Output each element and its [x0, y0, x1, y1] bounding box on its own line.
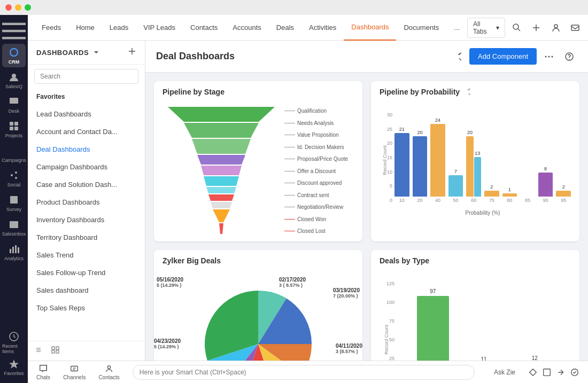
x-axis-label: Probability (%) [394, 210, 571, 216]
minimize-button[interactable] [15, 4, 21, 11]
sidebar-item-social[interactable]: Social [2, 167, 26, 190]
bottom-icon-3[interactable] [556, 368, 566, 377]
funnel-label-closed-won: Closed Won [284, 216, 348, 222]
sidebar-item-case-solution[interactable]: Case and Solution Dash... [28, 176, 145, 193]
more-options-button[interactable] [541, 49, 557, 65]
left-panel: DASHBOARDS Favorites Lead Dashboards Acc… [28, 41, 145, 361]
deals-by-type-card: Deals by Type 125 100 75 50 25 [371, 250, 579, 361]
smart-chat-input[interactable] [133, 365, 475, 380]
profile-button[interactable] [548, 20, 563, 36]
add-dashboard-button[interactable] [128, 47, 136, 58]
bar-new-business: 12 New Business [519, 355, 551, 361]
sidebar-item-territory-dashboard[interactable]: Territory Dashboard [28, 229, 145, 246]
bar-group-40: 24 40 [430, 118, 445, 203]
svg-rect-16 [15, 245, 17, 253]
sidebar-item-crm[interactable]: CRM [2, 44, 26, 67]
svg-rect-1 [2, 30, 26, 32]
sidebar-item-desk[interactable]: Desk [2, 93, 26, 116]
svg-marker-40 [208, 194, 234, 201]
bar-qualified: 97 Qualified [417, 288, 449, 361]
maximize-button[interactable] [25, 4, 31, 11]
collapse-button[interactable] [34, 346, 43, 356]
close-button[interactable] [5, 4, 12, 11]
nav-leads[interactable]: Leads [102, 15, 136, 41]
sidebar-item-deal-dashboards[interactable]: Deal Dashboards [28, 140, 145, 158]
pipeline-by-stage-body: Qualification Needs Analysis Value Propo… [154, 103, 362, 241]
dashboard-grid: Pipeline by Stage [145, 73, 588, 361]
nav-home[interactable]: Home [68, 15, 102, 41]
svg-point-3 [12, 74, 16, 78]
funnel-label-discount-approved: Discount approved [284, 180, 348, 186]
add-component-button[interactable]: Add Component [469, 48, 537, 65]
main-actions: Add Component [449, 48, 577, 65]
chevron-down-icon: ▾ [496, 24, 499, 32]
svg-rect-0 [2, 23, 26, 25]
sidebar-item-lead-dashboards[interactable]: Lead Dashboards [28, 105, 145, 123]
funnel-label-closed-lost: Closed Lost [284, 228, 348, 234]
svg-marker-34 [184, 123, 259, 138]
nav-feeds[interactable]: Feeds [34, 15, 68, 41]
bar-group-10: 21 10 [394, 127, 409, 203]
nav-contacts[interactable]: Contacts [183, 15, 225, 41]
sidebar-item-analytics[interactable]: Analytics [2, 240, 26, 264]
svg-point-9 [11, 174, 13, 176]
all-tabs-button[interactable]: All Tabs ▾ [467, 18, 505, 38]
mail-button[interactable] [568, 20, 583, 36]
zylker-big-deals-header: Zylker Big Deals [154, 250, 362, 271]
search-input[interactable] [34, 69, 138, 84]
sidebar-item-sales-followup[interactable]: Sales Follow-up Trend [28, 264, 145, 282]
sidebar-item-sales-dashboard[interactable]: Sales dashboard [28, 282, 145, 299]
svg-rect-44 [71, 366, 78, 371]
bottom-tab-channels[interactable]: Channels [63, 364, 86, 380]
nav-documents[interactable]: Documents [396, 15, 446, 41]
nav-vip-leads[interactable]: VIP Leads [136, 15, 183, 41]
sidebar-item-campaigns[interactable]: Campaigns [2, 142, 26, 166]
sidebar-item-salesiq[interactable]: SalesIQ [2, 68, 26, 92]
sidebar-item-sales-trend[interactable]: Sales Trend [28, 246, 145, 264]
help-button[interactable] [561, 49, 577, 65]
add-button[interactable] [529, 20, 544, 36]
zylker-big-deals-body: 02/17/2020 3 ( 8.57% ) 03/19/2020 7 (20.… [154, 271, 362, 361]
funnel-label-contract-sent: Contract sent [284, 192, 348, 198]
nav-more[interactable]: ... [446, 15, 467, 41]
sidebar-item-inventory-dashboards[interactable]: Inventory Dashboards [28, 211, 145, 229]
sidebar-item-projects[interactable]: Projects [2, 118, 26, 141]
svg-rect-21 [571, 25, 579, 30]
nav-accounts[interactable]: Accounts [225, 15, 268, 41]
nav-deals[interactable]: Deals [269, 15, 301, 41]
bottom-icon-2[interactable] [542, 368, 552, 377]
svg-rect-8 [14, 127, 18, 130]
sidebar-item-campaign-dashboards[interactable]: Campaign Dashboards [28, 158, 145, 176]
search-area [28, 65, 145, 88]
sidebar-item-product-dashboards[interactable]: Product Dashboards [28, 193, 145, 211]
svg-rect-12 [10, 196, 18, 204]
sidebar-favorites-header[interactable]: Favorites [28, 88, 145, 105]
bottom-tab-contacts[interactable]: Contacts [98, 364, 119, 380]
search-button[interactable] [509, 20, 524, 36]
sidebar-item-account-contact[interactable]: Account and Contact Da... [28, 123, 145, 140]
ask-zie-button[interactable]: Ask Zie [494, 369, 515, 376]
refresh-button[interactable] [449, 49, 465, 65]
sidebar-item-salesinbox[interactable]: SalesInbox [2, 216, 26, 239]
svg-marker-41 [211, 202, 232, 208]
sidebar-item-recent[interactable]: Recent Items [2, 331, 26, 354]
svg-marker-37 [201, 166, 242, 175]
sidebar-item-top-sales-reps[interactable]: Top Sales Reps [28, 299, 145, 317]
hamburger-menu[interactable] [2, 19, 26, 43]
svg-point-30 [552, 56, 553, 57]
pie-chart [199, 285, 317, 361]
y-axis-label: Record Count [382, 145, 388, 175]
bottom-icon-1[interactable] [528, 368, 538, 377]
nav-dashboards[interactable]: Dashboards [344, 15, 396, 41]
y-axis-label-type: Record Count [384, 325, 389, 355]
bottom-tab-chats[interactable]: Chats [36, 364, 50, 380]
svg-point-11 [15, 177, 17, 179]
sidebar-item-survey[interactable]: Survey [2, 191, 26, 215]
svg-rect-24 [52, 347, 55, 349]
nav-activities[interactable]: Activities [301, 15, 344, 41]
sidebar-item-favorites[interactable]: Favorites [2, 355, 26, 379]
pipeline-by-probability-body: 30 25 20 15 10 5 0 Record Count [371, 103, 579, 222]
bottom-icon-4[interactable] [570, 368, 579, 377]
svg-point-20 [554, 25, 558, 28]
list-view-button[interactable] [51, 346, 60, 356]
